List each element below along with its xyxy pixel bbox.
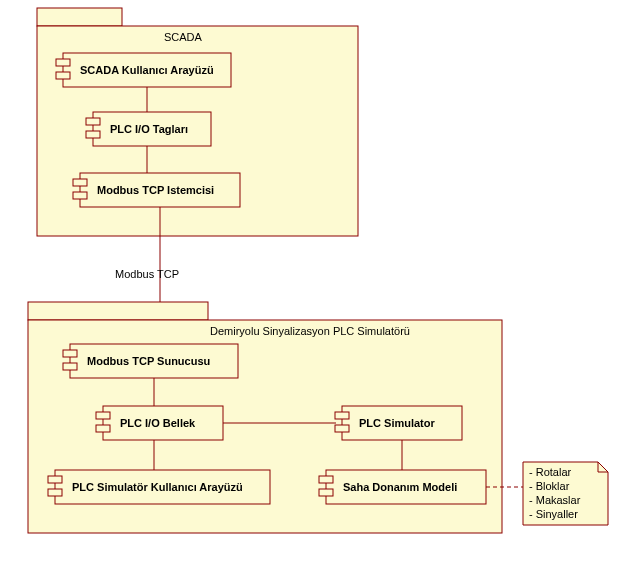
svg-rect-20 bbox=[335, 412, 349, 419]
svg-rect-18 bbox=[96, 425, 110, 432]
component-mb-server-label: Modbus TCP Sunucusu bbox=[87, 355, 210, 367]
svg-rect-0 bbox=[37, 8, 122, 26]
svg-rect-14 bbox=[63, 350, 77, 357]
svg-rect-26 bbox=[319, 476, 333, 483]
svg-rect-27 bbox=[319, 489, 333, 496]
svg-rect-23 bbox=[48, 476, 62, 483]
component-plc-sim-label: PLC Simulator bbox=[359, 417, 436, 429]
note-line-2: - Makaslar bbox=[529, 494, 581, 506]
svg-rect-3 bbox=[56, 59, 70, 66]
component-mb-client-label: Modbus TCP Istemcisi bbox=[97, 184, 214, 196]
package-sim-title: Demiryolu Sinyalizasyon PLC Simulatörü bbox=[210, 325, 410, 337]
component-plc-tags-label: PLC I/O Tagları bbox=[110, 123, 188, 135]
svg-rect-24 bbox=[48, 489, 62, 496]
svg-rect-9 bbox=[73, 179, 87, 186]
connector-modbus-tcp-label: Modbus TCP bbox=[115, 268, 179, 280]
component-mb-client: Modbus TCP Istemcisi bbox=[73, 173, 240, 207]
component-plc-tags: PLC I/O Tagları bbox=[86, 112, 211, 146]
component-field-model: Saha Donanım Modeli bbox=[319, 470, 486, 504]
svg-rect-4 bbox=[56, 72, 70, 79]
component-scada-ui-label: SCADA Kullanıcı Arayüzü bbox=[80, 64, 214, 76]
svg-rect-10 bbox=[73, 192, 87, 199]
component-plc-sim: PLC Simulator bbox=[335, 406, 462, 440]
note-line-1: - Bloklar bbox=[529, 480, 570, 492]
note-line-3: - Sinyaller bbox=[529, 508, 578, 520]
component-plc-memory: PLC I/O Bellek bbox=[96, 406, 223, 440]
component-scada-ui: SCADA Kullanıcı Arayüzü bbox=[56, 53, 231, 87]
svg-rect-11 bbox=[28, 302, 208, 320]
component-plc-sim-ui-label: PLC Simulatör Kullanıcı Arayüzü bbox=[72, 481, 243, 493]
svg-rect-7 bbox=[86, 131, 100, 138]
svg-rect-15 bbox=[63, 363, 77, 370]
svg-rect-21 bbox=[335, 425, 349, 432]
diagram-canvas: SCADA SCADA Kullanıcı Arayüzü PLC I/O Ta… bbox=[0, 0, 636, 588]
component-mb-server: Modbus TCP Sunucusu bbox=[63, 344, 238, 378]
component-plc-memory-label: PLC I/O Bellek bbox=[120, 417, 196, 429]
component-field-model-label: Saha Donanım Modeli bbox=[343, 481, 457, 493]
package-scada-title: SCADA bbox=[164, 31, 203, 43]
svg-rect-6 bbox=[86, 118, 100, 125]
svg-rect-17 bbox=[96, 412, 110, 419]
note: - Rotalar - Bloklar - Makaslar - Sinyall… bbox=[523, 462, 608, 525]
component-plc-sim-ui: PLC Simulatör Kullanıcı Arayüzü bbox=[48, 470, 270, 504]
note-line-0: - Rotalar bbox=[529, 466, 572, 478]
